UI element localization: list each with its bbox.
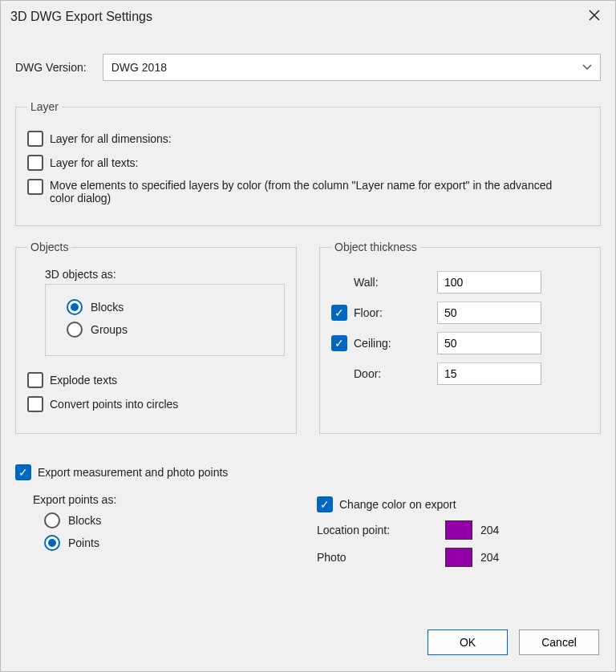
points-blocks-label: Blocks bbox=[68, 514, 101, 527]
version-row: DWG Version: DWG 2018 bbox=[15, 54, 601, 81]
close-button[interactable] bbox=[582, 6, 607, 28]
explode-texts-checkbox[interactable] bbox=[27, 372, 43, 388]
export-points-label: Export measurement and photo points bbox=[38, 466, 228, 479]
objects-as-label: 3D objects as: bbox=[45, 268, 285, 281]
change-color-label: Change color on export bbox=[339, 498, 456, 511]
photo-color-swatch[interactable] bbox=[445, 548, 472, 567]
layer-all-texts-label: Layer for all texts: bbox=[50, 156, 139, 169]
layer-move-by-color-checkbox[interactable] bbox=[27, 179, 43, 195]
ok-button[interactable]: OK bbox=[428, 629, 508, 655]
convert-points-checkbox[interactable] bbox=[27, 396, 43, 412]
objects-thickness-row: Objects 3D objects as: Blocks Groups Exp… bbox=[15, 241, 601, 448]
points-points-radio[interactable] bbox=[44, 535, 60, 551]
dialog-footer: OK Cancel bbox=[1, 617, 615, 671]
photo-color-value: 204 bbox=[480, 551, 499, 564]
ceiling-input[interactable] bbox=[437, 332, 541, 354]
objects-blocks-label: Blocks bbox=[91, 301, 124, 314]
convert-points-label: Convert points into circles bbox=[50, 398, 178, 411]
dialog-content: DWG Version: DWG 2018 Layer Layer for al… bbox=[1, 34, 615, 617]
layer-all-dimensions-checkbox[interactable] bbox=[27, 131, 43, 147]
export-points-checkbox[interactable] bbox=[15, 464, 31, 480]
layer-all-dimensions-label: Layer for all dimensions: bbox=[50, 132, 172, 145]
objects-groups-radio[interactable] bbox=[67, 322, 83, 338]
thickness-group: Object thickness Wall: Floor: bbox=[319, 241, 601, 434]
wall-label: Wall: bbox=[354, 276, 379, 289]
version-selected: DWG 2018 bbox=[111, 61, 167, 74]
points-as-label: Export points as: bbox=[33, 493, 288, 506]
photo-label: Photo bbox=[317, 551, 437, 564]
dialog-window: 3D DWG Export Settings DWG Version: DWG … bbox=[0, 0, 616, 672]
layer-all-texts-checkbox[interactable] bbox=[27, 155, 43, 171]
door-label: Door: bbox=[354, 367, 381, 380]
objects-legend: Objects bbox=[27, 241, 71, 253]
wall-input[interactable] bbox=[437, 271, 541, 293]
points-points-label: Points bbox=[68, 536, 99, 549]
points-section: Export measurement and photo points Expo… bbox=[15, 456, 601, 575]
window-title: 3D DWG Export Settings bbox=[10, 10, 152, 24]
titlebar: 3D DWG Export Settings bbox=[1, 1, 615, 34]
close-icon bbox=[589, 10, 600, 24]
thickness-legend: Object thickness bbox=[331, 241, 420, 253]
objects-blocks-radio[interactable] bbox=[67, 299, 83, 315]
explode-texts-label: Explode texts bbox=[50, 374, 117, 387]
floor-checkbox[interactable] bbox=[331, 305, 347, 321]
chevron-down-icon bbox=[582, 62, 592, 73]
ceiling-checkbox[interactable] bbox=[331, 335, 347, 351]
objects-groups-label: Groups bbox=[91, 323, 128, 336]
version-label: DWG Version: bbox=[15, 61, 87, 74]
change-color-checkbox[interactable] bbox=[317, 496, 333, 512]
layer-group: Layer Layer for all dimensions: Layer fo… bbox=[15, 100, 601, 226]
points-blocks-radio[interactable] bbox=[44, 512, 60, 528]
layer-move-by-color-label: Move elements to specified layers by col… bbox=[50, 179, 563, 204]
ceiling-label: Ceiling: bbox=[354, 337, 391, 350]
layer-legend: Layer bbox=[27, 100, 62, 113]
floor-label: Floor: bbox=[354, 306, 383, 319]
location-color-value: 204 bbox=[480, 524, 499, 536]
location-color-swatch[interactable] bbox=[445, 520, 472, 540]
door-input[interactable] bbox=[437, 362, 541, 385]
cancel-button[interactable]: Cancel bbox=[519, 629, 599, 655]
floor-input[interactable] bbox=[437, 302, 541, 324]
version-select[interactable]: DWG 2018 bbox=[103, 54, 601, 81]
objects-group: Objects 3D objects as: Blocks Groups Exp… bbox=[15, 241, 297, 434]
location-point-label: Location point: bbox=[317, 524, 437, 536]
objects-radio-group: Blocks Groups bbox=[45, 284, 285, 356]
